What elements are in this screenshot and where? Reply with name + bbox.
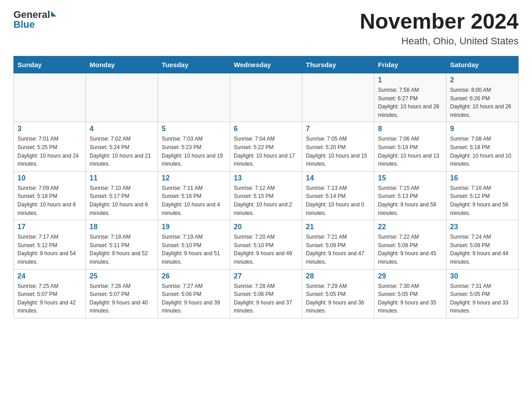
day-info: Sunrise: 7:18 AMSunset: 5:11 PMDaylight:…	[90, 233, 154, 266]
day-number: 20	[234, 223, 298, 231]
calendar-cell: 3Sunrise: 7:01 AMSunset: 5:25 PMDaylight…	[14, 122, 86, 171]
day-info: Sunrise: 7:02 AMSunset: 5:24 PMDaylight:…	[90, 135, 154, 168]
day-number: 14	[306, 174, 370, 182]
day-info: Sunrise: 7:08 AMSunset: 5:18 PMDaylight:…	[450, 135, 515, 168]
title-section: November 2024 Heath, Ohio, United States	[360, 9, 519, 47]
day-number: 11	[90, 174, 154, 182]
day-info: Sunrise: 7:17 AMSunset: 5:12 PMDaylight:…	[17, 233, 82, 266]
calendar-cell: 17Sunrise: 7:17 AMSunset: 5:12 PMDayligh…	[14, 220, 86, 269]
day-number: 28	[306, 272, 370, 280]
day-number: 22	[378, 223, 442, 231]
calendar-cell: 13Sunrise: 7:12 AMSunset: 5:15 PMDayligh…	[230, 171, 302, 220]
logo: General Blue	[13, 9, 56, 30]
calendar-cell	[302, 73, 374, 122]
day-info: Sunrise: 7:13 AMSunset: 5:14 PMDaylight:…	[306, 184, 370, 217]
day-number: 30	[450, 272, 515, 280]
day-info: Sunrise: 7:16 AMSunset: 5:12 PMDaylight:…	[450, 184, 515, 217]
calendar-cell: 30Sunrise: 7:31 AMSunset: 5:05 PMDayligh…	[446, 269, 519, 318]
calendar-cell: 16Sunrise: 7:16 AMSunset: 5:12 PMDayligh…	[446, 171, 519, 220]
day-number: 12	[162, 174, 226, 182]
calendar-cell	[14, 73, 86, 122]
day-number: 18	[90, 223, 154, 231]
day-info: Sunrise: 7:05 AMSunset: 5:20 PMDaylight:…	[306, 135, 370, 168]
week-row-2: 3Sunrise: 7:01 AMSunset: 5:25 PMDaylight…	[14, 122, 519, 171]
day-info: Sunrise: 7:58 AMSunset: 6:27 PMDaylight:…	[378, 86, 442, 119]
day-number: 19	[162, 223, 226, 231]
week-row-1: 1Sunrise: 7:58 AMSunset: 6:27 PMDaylight…	[14, 73, 519, 122]
day-number: 13	[234, 174, 298, 182]
calendar-cell: 26Sunrise: 7:27 AMSunset: 5:06 PMDayligh…	[158, 269, 230, 318]
header-day-friday: Friday	[374, 56, 446, 73]
header-day-wednesday: Wednesday	[230, 56, 302, 73]
calendar-cell: 6Sunrise: 7:04 AMSunset: 5:22 PMDaylight…	[230, 122, 302, 171]
calendar-cell: 27Sunrise: 7:28 AMSunset: 5:06 PMDayligh…	[230, 269, 302, 318]
day-number: 17	[17, 223, 82, 231]
day-number: 3	[17, 125, 82, 133]
calendar-cell: 19Sunrise: 7:19 AMSunset: 5:10 PMDayligh…	[158, 220, 230, 269]
month-title: November 2024	[360, 9, 519, 34]
logo-blue-text: Blue	[13, 19, 56, 30]
day-info: Sunrise: 7:26 AMSunset: 5:07 PMDaylight:…	[90, 282, 154, 315]
week-row-3: 10Sunrise: 7:09 AMSunset: 5:18 PMDayligh…	[14, 171, 519, 220]
day-number: 27	[234, 272, 298, 280]
day-info: Sunrise: 7:19 AMSunset: 5:10 PMDaylight:…	[162, 233, 226, 266]
day-number: 7	[306, 125, 370, 133]
calendar-cell: 11Sunrise: 7:10 AMSunset: 5:17 PMDayligh…	[86, 171, 158, 220]
calendar-cell: 22Sunrise: 7:22 AMSunset: 5:08 PMDayligh…	[374, 220, 446, 269]
calendar-cell: 15Sunrise: 7:15 AMSunset: 5:13 PMDayligh…	[374, 171, 446, 220]
logo-arrow-icon	[51, 11, 56, 17]
calendar-header: SundayMondayTuesdayWednesdayThursdayFrid…	[14, 56, 519, 73]
day-info: Sunrise: 7:09 AMSunset: 5:18 PMDaylight:…	[17, 184, 82, 217]
calendar-body: 1Sunrise: 7:58 AMSunset: 6:27 PMDaylight…	[14, 73, 519, 318]
calendar-cell: 25Sunrise: 7:26 AMSunset: 5:07 PMDayligh…	[86, 269, 158, 318]
calendar-cell: 5Sunrise: 7:03 AMSunset: 5:23 PMDaylight…	[158, 122, 230, 171]
week-row-4: 17Sunrise: 7:17 AMSunset: 5:12 PMDayligh…	[14, 220, 519, 269]
day-number: 24	[17, 272, 82, 280]
day-info: Sunrise: 7:31 AMSunset: 5:05 PMDaylight:…	[450, 282, 515, 315]
calendar-cell: 12Sunrise: 7:11 AMSunset: 5:16 PMDayligh…	[158, 171, 230, 220]
day-info: Sunrise: 7:27 AMSunset: 5:06 PMDaylight:…	[162, 282, 226, 315]
calendar-cell	[230, 73, 302, 122]
day-info: Sunrise: 7:04 AMSunset: 5:22 PMDaylight:…	[234, 135, 298, 168]
calendar-cell: 20Sunrise: 7:20 AMSunset: 5:10 PMDayligh…	[230, 220, 302, 269]
day-number: 8	[378, 125, 442, 133]
day-info: Sunrise: 7:21 AMSunset: 5:09 PMDaylight:…	[306, 233, 370, 266]
calendar-cell: 18Sunrise: 7:18 AMSunset: 5:11 PMDayligh…	[86, 220, 158, 269]
header-day-sunday: Sunday	[14, 56, 86, 73]
day-info: Sunrise: 7:06 AMSunset: 5:19 PMDaylight:…	[378, 135, 442, 168]
calendar-cell: 8Sunrise: 7:06 AMSunset: 5:19 PMDaylight…	[374, 122, 446, 171]
day-number: 5	[162, 125, 226, 133]
day-number: 1	[378, 76, 442, 84]
week-row-5: 24Sunrise: 7:25 AMSunset: 5:07 PMDayligh…	[14, 269, 519, 318]
calendar-cell: 14Sunrise: 7:13 AMSunset: 5:14 PMDayligh…	[302, 171, 374, 220]
day-info: Sunrise: 8:00 AMSunset: 6:26 PMDaylight:…	[450, 86, 515, 119]
page-header: General Blue November 2024 Heath, Ohio, …	[13, 9, 519, 47]
day-number: 10	[17, 174, 82, 182]
header-day-thursday: Thursday	[302, 56, 374, 73]
calendar-cell: 28Sunrise: 7:29 AMSunset: 5:05 PMDayligh…	[302, 269, 374, 318]
day-info: Sunrise: 7:10 AMSunset: 5:17 PMDaylight:…	[90, 184, 154, 217]
day-number: 4	[90, 125, 154, 133]
day-info: Sunrise: 7:22 AMSunset: 5:08 PMDaylight:…	[378, 233, 442, 266]
calendar-cell: 4Sunrise: 7:02 AMSunset: 5:24 PMDaylight…	[86, 122, 158, 171]
day-info: Sunrise: 7:01 AMSunset: 5:25 PMDaylight:…	[17, 135, 82, 168]
day-number: 15	[378, 174, 442, 182]
day-number: 26	[162, 272, 226, 280]
day-info: Sunrise: 7:03 AMSunset: 5:23 PMDaylight:…	[162, 135, 226, 168]
day-number: 16	[450, 174, 515, 182]
calendar-cell	[86, 73, 158, 122]
calendar-cell: 1Sunrise: 7:58 AMSunset: 6:27 PMDaylight…	[374, 73, 446, 122]
calendar-cell: 23Sunrise: 7:24 AMSunset: 5:08 PMDayligh…	[446, 220, 519, 269]
day-info: Sunrise: 7:15 AMSunset: 5:13 PMDaylight:…	[378, 184, 442, 217]
day-info: Sunrise: 7:24 AMSunset: 5:08 PMDaylight:…	[450, 233, 515, 266]
day-number: 21	[306, 223, 370, 231]
location-title: Heath, Ohio, United States	[360, 35, 519, 47]
day-info: Sunrise: 7:30 AMSunset: 5:05 PMDaylight:…	[378, 282, 442, 315]
header-row: SundayMondayTuesdayWednesdayThursdayFrid…	[14, 56, 519, 73]
header-day-monday: Monday	[86, 56, 158, 73]
day-number: 25	[90, 272, 154, 280]
header-day-saturday: Saturday	[446, 56, 519, 73]
calendar-cell: 24Sunrise: 7:25 AMSunset: 5:07 PMDayligh…	[14, 269, 86, 318]
calendar-cell: 9Sunrise: 7:08 AMSunset: 5:18 PMDaylight…	[446, 122, 519, 171]
header-day-tuesday: Tuesday	[158, 56, 230, 73]
